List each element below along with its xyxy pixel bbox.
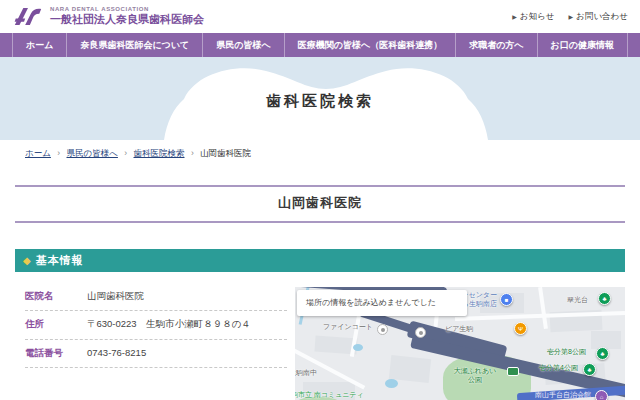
breadcrumb-current: 山岡歯科医院 [200,148,251,158]
nav-item-residents[interactable]: 県民の皆様へ [202,33,283,57]
brand-name-en: NARA DENTAL ASSOCIATION [50,6,204,14]
clinic-title-block: 山岡歯科医院 [15,185,625,223]
park-marker-icon[interactable]: ♣ [596,347,609,360]
news-link-label: お知らせ [520,11,555,23]
clinic-name-value: 山岡歯科医院 [87,290,144,301]
breadcrumb-separator: › [57,148,60,158]
map-label-community-center: 駒市立 南コミュニティ ンターせせらぎ [295,391,364,400]
map-label-ichibu-park4: 壱分第4公園 [539,364,578,373]
map-error-message: 場所の情報を読み込めませんでした [297,290,467,316]
page: NARA DENTAL ASSOCIATION 一般社団法人奈良県歯科医師会 ▶… [0,0,640,400]
main-nav: ホーム 奈良県歯科医師会について 県民の皆様へ 医療機関の皆様へ（医科歯科連携）… [0,33,640,57]
map-label-pia-ikoma: ピア生駒 [445,325,473,334]
map-label-ikoma-minami-jhs: 生駒南中 [295,369,317,378]
table-row: 電話番号 0743-76-8215 [25,340,287,368]
poi-marker-icon[interactable] [377,324,388,335]
map-label-ichibu-park8: 壱分第8公園 [547,348,586,357]
clinic-name-heading: 山岡歯科医院 [15,194,625,212]
phone-label: 電話番号 [25,347,87,358]
route-shield-icon [507,367,519,376]
map-block [591,331,621,349]
table-row: 住所 〒630-0223 生駒市小瀬町８９８の４ [25,311,287,339]
nav-item-home[interactable]: ホーム [12,33,66,57]
breadcrumb-separator: › [124,148,127,158]
logo-icon [12,6,44,27]
brand-text: NARA DENTAL ASSOCIATION 一般社団法人奈良県歯科医師会 [50,6,204,27]
site-header: NARA DENTAL ASSOCIATION 一般社団法人奈良県歯科医師会 ▶… [0,0,640,33]
basic-info-content: 医院名 山岡歯科医院 住所 〒630-0223 生駒市小瀬町８９８の４ 電話番号… [0,272,640,400]
diamond-icon: ◆ [23,255,31,266]
map-label-ose-fureai-park: 大瀬ふれあい 公園 [447,367,503,385]
breadcrumb-residents[interactable]: 県民の皆様へ [67,148,118,158]
map-road [538,287,548,329]
address-label: 住所 [25,318,87,329]
map-label-fine-court: ファインコート [323,323,373,332]
google-map-embed[interactable]: ションセンター まむら生駒南店 翠光台 ファインコート ピア生駒 壱分第8公園 … [295,287,625,400]
nav-item-about[interactable]: 奈良県歯科医師会について [66,33,202,57]
contact-link-label: お問い合わせ [576,11,628,23]
address-value: 〒630-0223 生駒市小瀬町８９８の４ [87,318,251,329]
header-links: ▶ お知らせ ▶ お問い合わせ [512,11,628,23]
breadcrumb-home[interactable]: ホーム [25,148,51,158]
hero-banner: 歯科医院検索 [0,57,640,140]
phone-value: 0743-76-8215 [87,347,146,358]
brand-name-ja: 一般社団法人奈良県歯科医師会 [50,13,204,27]
contact-link[interactable]: ▶ お問い合わせ [569,11,628,23]
arrow-icon: ▶ [569,13,574,20]
park-marker-icon[interactable]: ♣ [598,292,611,305]
breadcrumb-clinic-search[interactable]: 歯科医院検索 [134,148,185,158]
restaurant-marker-icon[interactable]: Ψ [514,322,527,335]
nav-item-jobseekers[interactable]: 求職者の方へ [455,33,536,57]
map-label-minamiyamate: 南山手台自治会館 [535,391,591,400]
arrow-icon: ▶ [512,13,517,20]
site-logo[interactable]: NARA DENTAL ASSOCIATION 一般社団法人奈良県歯科医師会 [12,6,204,27]
news-link[interactable]: ▶ お知らせ [512,11,554,23]
map-label-suikodai: 翠光台 [567,296,588,305]
clinic-name-label: 医院名 [25,290,87,301]
map-pond [385,379,398,388]
table-row: 医院名 山岡歯科医院 [25,283,287,311]
breadcrumb: ホーム › 県民の皆様へ › 歯科医院検索 › 山岡歯科医院 [25,148,640,160]
basic-info-section-header: ◆ 基本情報 [15,249,625,272]
park-marker-icon[interactable]: ♣ [583,363,596,376]
info-table: 医院名 山岡歯科医院 住所 〒630-0223 生駒市小瀬町８９８の４ 電話番号… [25,283,287,368]
shopping-marker-icon[interactable]: ■ [500,293,513,306]
poi-marker-icon[interactable] [415,327,426,338]
page-title: 歯科医院検索 [0,92,640,111]
section-title: 基本情報 [36,253,84,268]
breadcrumb-separator: › [191,148,194,158]
community-marker-icon[interactable]: ⌂ [595,390,608,400]
nav-item-medical[interactable]: 医療機関の皆様へ（医科歯科連携） [284,33,455,57]
map-pond [353,344,363,351]
nav-item-oral-health[interactable]: お口の健康情報 [537,33,628,57]
